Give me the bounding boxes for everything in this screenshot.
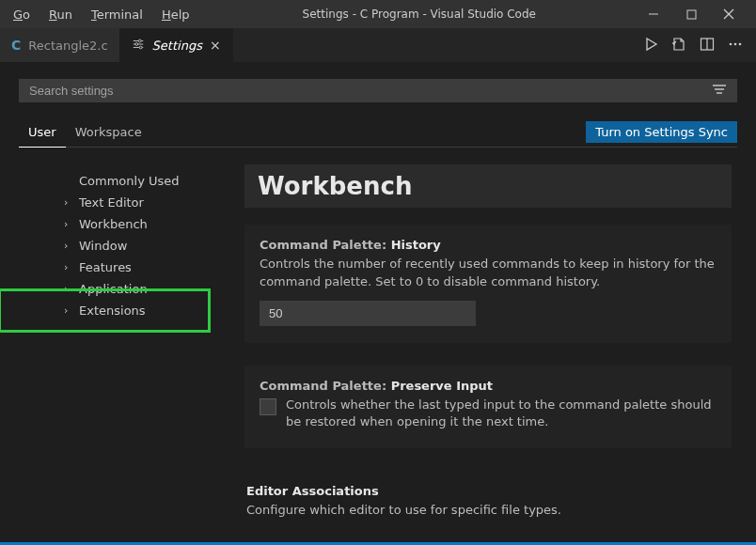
tab-settings[interactable]: Settings × <box>120 28 233 62</box>
settings-search[interactable] <box>19 79 737 102</box>
close-button[interactable] <box>717 2 741 26</box>
chevron-right-icon: › <box>64 261 68 273</box>
menu-terminal[interactable]: Terminal <box>84 4 150 25</box>
settings-list[interactable]: Workbench Command Palette: History Contr… <box>226 164 737 543</box>
svg-point-15 <box>739 42 742 45</box>
section-title: Workbench <box>258 172 718 200</box>
menu-go[interactable]: Go <box>6 4 38 25</box>
menu-bar: Go Run Terminal Help <box>6 4 197 25</box>
close-icon[interactable]: × <box>210 38 221 53</box>
svg-rect-1 <box>687 10 696 19</box>
scope-workspace[interactable]: Workspace <box>66 117 151 147</box>
svg-marker-10 <box>647 39 656 50</box>
settings-body: Commonly Used ›Text Editor ›Workbench ›W… <box>19 164 737 543</box>
toc-workbench[interactable]: ›Workbench <box>19 213 226 235</box>
settings-editor: User Workspace Turn on Settings Sync Com… <box>0 62 756 543</box>
menu-help[interactable]: Help <box>154 4 197 25</box>
svg-point-8 <box>134 42 137 45</box>
setting-command-palette-preserve-input: Command Palette: Preserve Input Controls… <box>244 366 732 449</box>
toc-window[interactable]: ›Window <box>19 235 226 257</box>
settings-icon <box>132 38 145 54</box>
scope-bar: User Workspace Turn on Settings Sync <box>19 117 737 148</box>
settings-sync-button[interactable]: Turn on Settings Sync <box>586 121 737 143</box>
settings-toc: Commonly Used ›Text Editor ›Workbench ›W… <box>19 164 226 543</box>
menu-run[interactable]: Run <box>41 4 80 25</box>
toc-text-editor[interactable]: ›Text Editor <box>19 192 226 213</box>
chevron-right-icon: › <box>64 218 68 230</box>
titlebar: Go Run Terminal Help Settings - C Progra… <box>0 0 756 28</box>
window-controls <box>641 2 750 26</box>
filter-icon[interactable] <box>712 83 727 99</box>
window-title: Settings - C Program - Visual Studio Cod… <box>197 8 641 21</box>
minimize-button[interactable] <box>641 2 666 26</box>
toc-commonly-used[interactable]: Commonly Used <box>19 170 226 192</box>
setting-title: Command Palette: Preserve Input <box>260 379 717 393</box>
svg-point-13 <box>730 42 732 45</box>
editor-actions <box>643 28 756 62</box>
toc-application[interactable]: ›Application <box>19 278 226 300</box>
svg-point-7 <box>138 39 141 42</box>
c-file-icon: C <box>11 38 21 53</box>
toc-features[interactable]: ›Features <box>19 257 226 278</box>
section-header: Workbench <box>244 164 732 208</box>
svg-point-14 <box>734 42 737 45</box>
maximize-button[interactable] <box>679 2 703 26</box>
setting-description: Controls the number of recently used com… <box>260 256 717 291</box>
tab-bar: C Rectangle2.c Settings × <box>0 28 756 62</box>
chevron-right-icon: › <box>64 196 68 209</box>
open-json-icon[interactable] <box>671 37 686 54</box>
more-actions-icon[interactable] <box>728 37 743 54</box>
setting-command-palette-history: Command Palette: History Controls the nu… <box>244 225 732 343</box>
setting-description: Controls whether the last typed input to… <box>286 397 717 432</box>
setting-description: Configure which editor to use for specif… <box>246 502 717 520</box>
chevron-right-icon: › <box>64 240 68 252</box>
scope-user[interactable]: User <box>19 117 66 148</box>
run-icon[interactable] <box>643 37 658 54</box>
tab-settings-label: Settings <box>152 39 202 53</box>
history-input[interactable] <box>260 301 476 326</box>
setting-editor-associations: Editor Associations Configure which edit… <box>244 471 732 520</box>
tab-file-label: Rectangle2.c <box>28 39 107 53</box>
chevron-right-icon: › <box>64 283 68 295</box>
setting-title: Command Palette: History <box>260 238 717 252</box>
setting-title: Editor Associations <box>246 484 717 498</box>
svg-point-9 <box>139 46 142 49</box>
split-editor-icon[interactable] <box>700 37 715 54</box>
search-input[interactable] <box>29 84 712 98</box>
preserve-input-checkbox[interactable] <box>260 398 276 415</box>
toc-extensions[interactable]: ›Extensions <box>19 300 226 321</box>
tab-file[interactable]: C Rectangle2.c <box>0 28 120 62</box>
chevron-right-icon: › <box>64 304 68 317</box>
